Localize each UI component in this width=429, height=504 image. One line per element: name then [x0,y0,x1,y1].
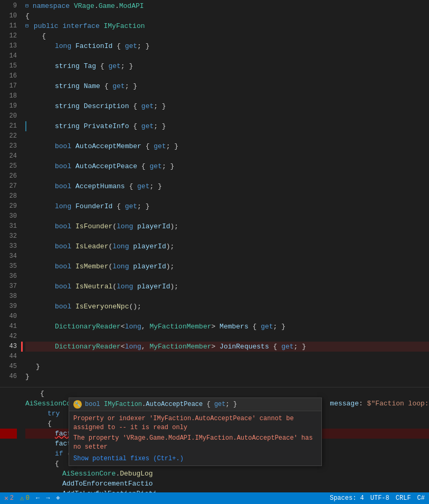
status-cursor-icon[interactable]: ⌖ [56,494,60,502]
code-line-15: string Tag { get; } [25,61,429,71]
ln-14: 14 [0,51,17,61]
ln-16: 16 [0,71,17,81]
code-line-28 [25,191,429,201]
ln-31: 31 [0,221,17,231]
tooltip-header: 🔧 bool IMyFaction.AutoAcceptPeace { get;… [69,398,321,411]
tooltip-signature: bool IMyFaction.AutoAcceptPeace { get; } [85,401,237,408]
ln-45: 45 [0,362,17,372]
ln-b7 [0,449,17,459]
ln-30: 30 [0,211,17,221]
code-line-39: bool IsEveryoneNpc(); [25,302,429,312]
status-right-items: Spaces: 4 UTF-8 CRLF C# [330,495,425,502]
code-line-16 [25,71,429,81]
tooltip-error-1: Property or indexer 'IMyFaction.AutoAcce… [73,414,317,432]
ln-35: 35 [0,261,17,272]
status-warnings[interactable]: ⚠ 0 [20,494,30,502]
ln-22: 22 [0,131,17,141]
status-spaces[interactable]: Spaces: 4 [330,495,364,502]
ln-27: 27 [0,181,17,191]
ln-b9 [0,469,17,479]
code-line-21: string PrivateInfo { get; } [25,121,429,131]
status-errors[interactable]: ✕ 2 [4,494,14,502]
error-icon: ✕ [4,494,8,502]
code-line-9: ⊟ namespace VRage.Game.ModAPI [25,1,429,11]
nav-forward-icon: → [46,495,50,502]
code-content-top[interactable]: ⊟ namespace VRage.Game.ModAPI { ⊟ public… [21,0,429,387]
code-line-30 [25,211,429,221]
language-label: C# [417,495,425,502]
ln-26: 26 [0,171,17,181]
tooltip-error-2: The property 'VRage.Game.ModAPI.IMyFacti… [73,434,317,452]
code-line-45: } [25,362,429,372]
bottom-code-line-9: AiSessionCore.DebugLog [25,469,429,479]
tooltip-wrench-icon: 🔧 [73,400,82,409]
status-line-ending[interactable]: CRLF [396,495,411,502]
ln-9: 9 [0,1,17,11]
ln-b3 [0,409,17,419]
collapse-icon-11[interactable]: ⊟ [25,21,28,31]
ln-36: 36 [0,272,17,282]
ln-38: 38 [0,292,17,302]
code-line-14 [25,51,429,61]
warning-count-display: ⚠ 0 [20,494,30,502]
tooltip-body: Property or indexer 'IMyFaction.AutoAcce… [69,411,321,466]
code-line-43: DictionaryReader<long, MyFactionMember> … [25,342,429,352]
status-language[interactable]: C# [417,495,425,502]
ln-10: 10 [0,11,17,21]
ln-28: 28 [0,191,17,201]
code-line-32 [25,231,429,241]
top-code-section: 9 10 11 12 13 14 15 16 17 18 19 20 21 22… [0,0,429,387]
code-line-23: bool AutoAcceptMember { get; } [25,141,429,151]
status-nav-forward[interactable]: → [46,495,50,502]
ln-39: 39 [0,302,17,312]
code-line-20 [25,111,429,121]
code-line-33: bool IsLeader(long playerId); [25,241,429,251]
error-count-display: ✕ 2 [4,494,14,502]
ln-41: 41 [0,322,17,332]
ln-42: 42 [0,332,17,342]
code-line-11: ⊟ public interface IMyFaction [25,21,429,31]
code-line-24 [25,151,429,161]
ln-32: 32 [0,231,17,241]
editor-area: 9 10 11 12 13 14 15 16 17 18 19 20 21 22… [0,0,429,492]
ln-b6 [0,439,17,449]
line-numbers-top: 9 10 11 12 13 14 15 16 17 18 19 20 21 22… [0,0,21,387]
code-line-18 [25,91,429,101]
code-line-40 [25,312,429,322]
code-line-36 [25,272,429,282]
ln-b10 [0,479,17,489]
bottom-code-line-10: AddToEnforcementFactio [25,479,429,489]
bottom-line-numbers [0,387,21,492]
code-line-22 [25,131,429,141]
ln-37: 37 [0,282,17,292]
status-encoding[interactable]: UTF-8 [370,495,389,502]
ln-13: 13 [0,41,17,51]
intellisense-tooltip: 🔧 bool IMyFaction.AutoAcceptPeace { get;… [69,398,322,466]
ln-12: 12 [0,31,17,41]
ln-33: 33 [0,241,17,251]
code-line-29: long FounderId { get; } [25,201,429,211]
code-line-34 [25,251,429,261]
ln-b11 [0,489,17,492]
code-line-42 [25,332,429,342]
error-gutter-43 [21,342,23,352]
ln-40: 40 [0,312,17,322]
ln-b5 [0,429,17,439]
ln-43: 43 [0,342,17,352]
spaces-label: Spaces: 4 [330,495,364,502]
code-line-37: bool IsNeutral(long playerId); [25,282,429,292]
error-count: 2 [10,495,14,502]
ln-b8 [0,459,17,469]
status-nav-back[interactable]: ← [36,495,40,502]
bottom-panel: { AiSessionCore.GeneralLog?.WriteToLog(c… [0,387,429,492]
warning-icon: ⚠ [20,494,24,502]
ln-29: 29 [0,201,17,211]
tooltip-fix-link[interactable]: Show potential fixes (Ctrl+.) [73,455,317,462]
ln-b1 [0,389,17,399]
ln-25: 25 [0,161,17,171]
code-line-38 [25,292,429,302]
code-line-41: DictionaryReader<long, MyFactionMember> … [25,322,429,332]
code-line-27: bool AcceptHumans { get; } [25,181,429,191]
cursor-pos-icon: ⌖ [56,494,60,502]
ln-19: 19 [0,101,17,111]
